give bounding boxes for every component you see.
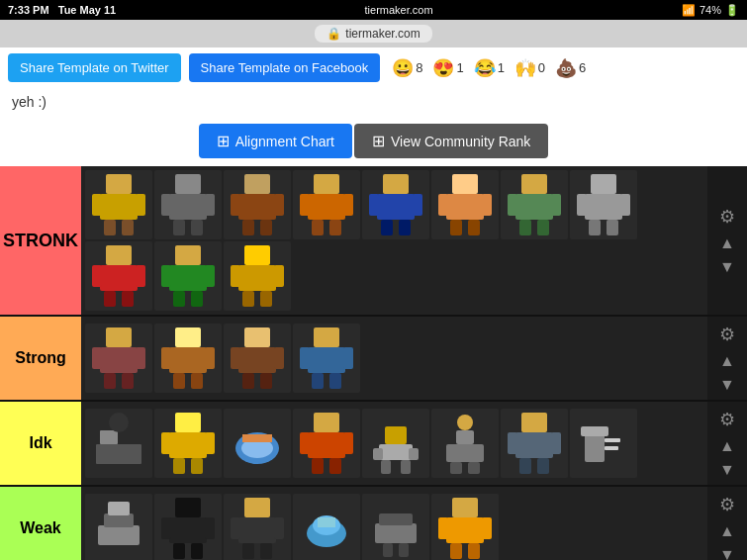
tier-controls-idk: ⚙ ▲ ▼ [707,402,747,485]
list-item[interactable] [362,409,429,478]
list-item[interactable] [154,170,222,239]
list-item[interactable] [224,409,291,478]
svg-rect-32 [438,194,448,216]
svg-rect-131 [108,502,130,515]
svg-rect-8 [161,194,171,216]
move-down-button-idk[interactable]: ▼ [713,459,741,481]
share-facebook-button[interactable]: Share Template on Facebook [189,53,381,82]
svg-rect-98 [191,458,203,474]
reaction-hands[interactable]: 🙌 0 [514,57,545,79]
svg-rect-136 [173,543,185,559]
list-item[interactable] [154,409,222,478]
svg-rect-85 [308,347,345,373]
move-up-button-strong[interactable]: ▲ [713,350,741,372]
svg-rect-108 [385,426,407,444]
svg-rect-28 [381,220,393,235]
move-down-button-stronk[interactable]: ▼ [713,256,741,278]
list-item[interactable] [431,494,499,560]
reaction-happy[interactable]: 😀 8 [392,57,422,79]
tier-items-idk [81,402,707,485]
list-item[interactable] [570,409,637,478]
move-up-button-weak[interactable]: ▲ [713,520,741,542]
svg-rect-153 [438,517,448,539]
heart-eyes-emoji: 😍 [432,57,454,79]
move-up-button-stronk[interactable]: ▲ [713,233,741,254]
svg-rect-119 [521,413,547,432]
chart-icon: ⊞ [372,132,385,150]
list-item[interactable] [570,170,637,239]
svg-rect-80 [231,347,240,369]
move-down-button-weak[interactable]: ▼ [713,544,741,560]
list-item[interactable] [85,409,152,478]
list-item[interactable] [85,241,152,311]
reaction-heart-eyes[interactable]: 😍 1 [432,57,463,79]
share-twitter-button[interactable]: Share Template on Twitter [8,53,181,82]
list-item[interactable] [85,170,152,239]
status-time: 7:33 PM Tue May 11 [8,4,116,16]
tier-controls-strong: ⚙ ▲ ▼ [707,317,747,400]
list-item[interactable] [431,170,499,239]
move-down-button-strong[interactable]: ▼ [713,374,741,396]
svg-rect-38 [508,194,517,216]
list-item[interactable] [154,324,222,393]
list-item[interactable] [293,324,360,393]
wifi-icon: 📶 [682,4,696,17]
list-item[interactable] [154,494,222,560]
svg-rect-17 [260,220,272,235]
svg-rect-37 [515,194,553,220]
list-item[interactable] [293,170,360,239]
svg-rect-9 [205,194,215,216]
svg-rect-137 [191,543,203,559]
svg-rect-1 [100,194,138,220]
list-item[interactable] [154,241,222,311]
tier-items-stronk [81,166,707,315]
list-item[interactable] [224,494,291,560]
tab-alignment-chart[interactable]: ⊞ Alignment Chart [199,124,352,158]
settings-button-weak[interactable]: ⚙ [713,491,741,518]
list-item[interactable] [293,494,360,560]
svg-rect-116 [446,444,484,462]
list-item[interactable] [431,409,499,478]
url-pill[interactable]: 🔒 tiermaker.com [315,25,431,43]
list-item[interactable] [501,409,568,478]
svg-rect-45 [620,194,630,216]
list-item[interactable] [224,324,291,393]
svg-rect-155 [450,543,462,559]
svg-rect-6 [175,174,201,194]
reaction-laugh[interactable]: 😂 1 [474,57,505,79]
svg-rect-122 [551,432,561,454]
svg-rect-127 [605,438,620,442]
list-item[interactable] [362,494,429,560]
settings-button-stronk[interactable]: ⚙ [713,203,741,231]
reaction-poop[interactable]: 💩 6 [555,57,586,79]
svg-rect-19 [308,194,345,220]
svg-rect-49 [100,265,138,291]
list-item[interactable] [224,241,291,311]
svg-rect-87 [343,347,353,369]
settings-button-strong[interactable]: ⚙ [713,321,741,348]
list-item[interactable] [224,170,291,239]
tier-list: STRONK ⚙ ▲ ▼ Strong [0,166,747,560]
svg-rect-13 [238,194,276,220]
svg-rect-68 [92,347,102,369]
list-item[interactable] [85,494,152,560]
tier-items-weak [81,487,707,560]
settings-button-idk[interactable]: ⚙ [713,406,741,433]
svg-rect-7 [169,194,207,220]
list-item[interactable] [501,170,568,239]
svg-rect-64 [242,291,254,307]
svg-rect-113 [401,460,411,474]
list-item[interactable] [293,409,360,478]
svg-rect-14 [231,194,240,216]
happy-emoji: 😀 [392,57,414,79]
list-item[interactable] [85,324,152,393]
svg-rect-140 [231,517,240,539]
tier-label-idk: Idk [0,402,81,485]
move-up-button-idk[interactable]: ▲ [713,435,741,457]
list-item[interactable] [362,170,429,239]
battery-level: 74% [700,4,721,16]
svg-rect-124 [537,458,549,474]
tab-community-rank[interactable]: ⊞ View Community Rank [354,124,548,158]
svg-point-92 [109,413,129,432]
svg-rect-138 [244,498,270,517]
